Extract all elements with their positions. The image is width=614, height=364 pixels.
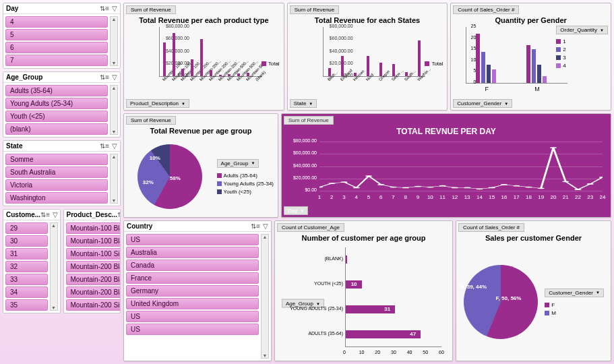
legend-item: 2 (556, 47, 608, 53)
bar (476, 34, 480, 83)
y-tick: $80,000.00 (284, 138, 317, 143)
chart-revenue-day: Sum of Revenue TOTAL REVNUE PER DAY $0.0… (281, 113, 611, 218)
slicer-item[interactable]: 4 (5, 16, 108, 28)
axis-field-dropdown[interactable]: Product_Description▼ (126, 99, 189, 108)
value-field-tag[interactable]: Count of Sales_Order # (458, 223, 524, 232)
scrollbar[interactable]: ▲▼ (110, 154, 118, 204)
slicer-item[interactable]: Canada (126, 260, 259, 271)
multiselect-icon[interactable]: ⇅≡ (100, 5, 109, 12)
bar (543, 76, 547, 83)
multiselect-icon[interactable]: ⇅≡ (100, 142, 109, 150)
slicer-item[interactable]: 33 (5, 274, 48, 285)
legend-item: F (545, 302, 604, 308)
x-tick: 40 (407, 350, 412, 355)
bar (346, 255, 347, 264)
slicer-item[interactable]: US (126, 234, 259, 245)
slicer-item[interactable]: 5 (5, 29, 108, 40)
slicer-item[interactable]: 7 (5, 55, 108, 66)
slicer-item[interactable]: France (126, 272, 259, 284)
axis-field-dropdown[interactable]: Customer_Gender▼ (453, 99, 512, 108)
slicer-item[interactable]: Victoria (5, 179, 108, 191)
svg-point-19 (550, 147, 557, 148)
scrollbar[interactable]: ▲▼ (261, 234, 269, 359)
slicer-product: Product_Desc...⇅≡▽ Mountain-100 Black...… (63, 209, 121, 313)
slicer-item[interactable]: 29 (5, 222, 48, 234)
legend-field-dropdown[interactable]: Customer_Gender▼ (545, 289, 604, 297)
slicer-item[interactable]: South Australia (5, 166, 108, 178)
slicer-item[interactable]: 35 (5, 299, 48, 311)
multiselect-icon[interactable]: ⇅≡ (251, 222, 260, 230)
slicer-item[interactable]: Mountain-200 Silv... (66, 299, 121, 311)
slicer-item[interactable]: Adults (35-64) (5, 85, 108, 96)
slicer-item[interactable]: Mountain-100 Black... (66, 235, 121, 247)
slicer-item[interactable]: Youth (<25) (5, 111, 108, 122)
chart-revenue-states: Sum of Revenue Total Revenue for each St… (287, 3, 448, 111)
slicer-item[interactable]: Mountain-200 Black... (66, 274, 121, 285)
slicer-item[interactable]: 30 (5, 235, 48, 247)
slicer-item[interactable]: Australia (126, 247, 259, 258)
chevron-down-icon: ▼ (600, 28, 604, 32)
slicer-item[interactable]: Germany (126, 285, 259, 297)
slicer-item[interactable]: (blank) (5, 123, 108, 135)
chevron-down-icon: ▼ (596, 291, 600, 295)
y-tick: $40,000.00 (324, 49, 353, 53)
value-field-tag[interactable]: Count of Customer_Age (277, 223, 344, 232)
slicer-item[interactable]: Washington (5, 192, 108, 204)
slicer-day: Day ⇅≡▽ 4 5 6 7 ▲▼ (3, 3, 121, 69)
x-tick: 18 (524, 194, 533, 200)
value-field-tag[interactable]: Sum of Revenue (290, 5, 340, 14)
chart-title: Sales per customer Gender (456, 234, 611, 242)
y-tick: YOUNG ADULTS (25-34) (278, 306, 343, 311)
bar (418, 40, 421, 76)
slicer-item[interactable]: US (126, 324, 259, 335)
slicer-item[interactable]: Mountain-100 Black... (66, 222, 121, 234)
value-field-tag[interactable]: Sum of Revenue (126, 116, 176, 125)
slicer-age-group: Age_Group ⇅≡▽ Adults (35-64) Young Adult… (3, 71, 121, 138)
x-tick: 13 (462, 194, 472, 200)
slicer-title: Product_Desc... (67, 211, 118, 218)
x-tick: 6 (376, 194, 386, 200)
y-tick: $20,000.00 (284, 175, 317, 180)
slicer-item[interactable]: 31 (5, 248, 48, 260)
scrollbar[interactable]: ▲▼ (50, 222, 58, 311)
axis-field-dropdown[interactable]: Day▼ (284, 206, 308, 215)
scrollbar[interactable]: ▲▼ (110, 16, 118, 66)
slicer-item[interactable]: Mountain-100 Silver... (66, 248, 121, 260)
multiselect-icon[interactable]: ⇅≡ (40, 211, 50, 218)
legend-item: Young Adults (25-34) (217, 181, 274, 187)
chart-legend: Order_Quantity▼ 1234 (556, 26, 608, 69)
value-field-tag[interactable]: Sum of Revenue (284, 116, 334, 125)
svg-point-18 (538, 187, 545, 189)
slicer-item[interactable]: Young Adults (25-34) (5, 98, 108, 109)
value-field-tag[interactable]: Sum of Revenue (126, 5, 176, 14)
clear-filter-icon[interactable]: ▽ (263, 222, 268, 230)
slicer-item[interactable]: 32 (5, 261, 48, 272)
legend-field-dropdown[interactable]: Order_Quantity▼ (556, 26, 608, 34)
svg-point-5 (377, 184, 384, 185)
value-field-tag[interactable]: Count of Sales_Order # (453, 5, 519, 14)
multiselect-icon[interactable]: ⇅≡ (100, 73, 109, 81)
multiselect-icon[interactable]: ⇅≡ (117, 211, 121, 218)
axis-field-dropdown[interactable]: State▼ (290, 99, 317, 108)
chart-legend: Customer_Gender▼ F M (545, 289, 604, 316)
bar (492, 69, 496, 83)
x-tick: 7 (389, 194, 398, 200)
data-label: 10 (351, 281, 357, 287)
clear-filter-icon[interactable]: ▽ (112, 142, 117, 150)
slicer-item[interactable]: 34 (5, 286, 48, 298)
slicer-item[interactable]: 6 (5, 42, 108, 53)
x-tick: 24 (598, 194, 607, 200)
slicer-item[interactable]: Somme (5, 154, 108, 165)
clear-filter-icon[interactable]: ▽ (112, 73, 117, 81)
legend-field-dropdown[interactable]: Age_Group▼ (217, 159, 259, 168)
x-tick: 12 (450, 194, 460, 200)
slicer-item[interactable]: Mountain-200 Black... (66, 286, 121, 298)
scrollbar[interactable]: ▲▼ (110, 85, 118, 135)
clear-filter-icon[interactable]: ▽ (112, 5, 117, 12)
slicer-item[interactable]: Mountain-200 Black... (66, 261, 121, 272)
y-tick: $80,000.00 (160, 24, 189, 28)
clear-filter-icon[interactable]: ▽ (53, 211, 58, 218)
slicer-item[interactable]: United Kingdom (126, 298, 259, 309)
slicer-item[interactable]: US (126, 311, 259, 322)
chart-revenue-age: Sum of Revenue Total Revenue per age gro… (123, 113, 278, 218)
